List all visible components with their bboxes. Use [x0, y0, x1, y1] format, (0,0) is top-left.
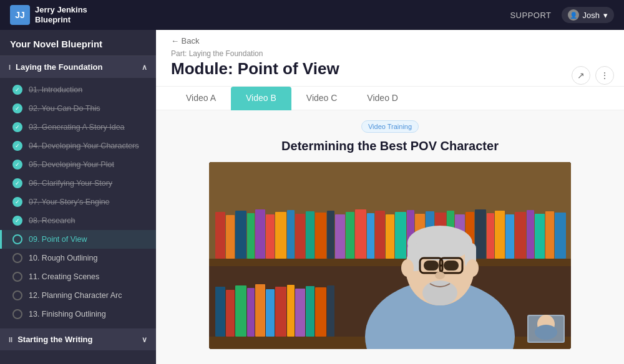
video-container: Video Training Determining the Best POV … [209, 110, 571, 349]
item-label-10: 11. Creating Scenes [29, 272, 99, 281]
svg-rect-39 [215, 287, 225, 337]
svg-point-64 [435, 272, 445, 279]
svg-rect-36 [545, 211, 554, 259]
sidebar-item-8[interactable]: 09. Point of View [0, 230, 156, 249]
svg-rect-49 [315, 287, 326, 337]
svg-point-69 [535, 325, 557, 340]
svg-rect-35 [535, 214, 545, 259]
logo: JJ Jerry Jenkins Blueprint [10, 5, 87, 25]
sidebar-item-0[interactable]: ✓01. Introduction [0, 80, 156, 99]
section1-header[interactable]: I Laying the Foundation ∧ [0, 56, 156, 78]
sidebar-item-5[interactable]: ✓06. Clarifying Your Story [0, 174, 156, 193]
header-right: SUPPORT 👤 Josh ▾ [510, 7, 614, 23]
item-label-1: 02. You Can Do This [29, 104, 100, 113]
svg-rect-15 [335, 214, 345, 259]
support-link[interactable]: SUPPORT [510, 11, 551, 20]
svg-rect-20 [386, 214, 394, 259]
section2-num: II [9, 336, 12, 343]
tab-3[interactable]: Video D [352, 87, 413, 110]
sidebar-item-2[interactable]: ✓03. Generating A Story Idea [0, 118, 156, 136]
svg-rect-17 [355, 209, 366, 259]
item-circle-3: ✓ [12, 141, 22, 151]
sidebar-item-11[interactable]: 12. Planning Character Arc [0, 286, 156, 305]
svg-rect-10 [287, 210, 295, 259]
content-top-right: ↗ ⋮ [572, 66, 614, 85]
user-avatar: 👤 [568, 9, 579, 21]
item-label-4: 05. Developing Your Plot [29, 160, 114, 169]
item-label-8: 09. Point of View [29, 235, 87, 244]
svg-rect-59 [424, 261, 439, 271]
svg-rect-8 [266, 214, 275, 259]
item-circle-8 [12, 234, 22, 244]
user-menu[interactable]: 👤 Josh ▾ [562, 7, 614, 23]
svg-rect-9 [275, 212, 286, 259]
section1-num: I [9, 64, 11, 71]
video-badge: Video Training [361, 120, 419, 133]
tabs-bar: Video AVideo BVideo CVideo D [156, 87, 624, 110]
svg-rect-19 [375, 211, 385, 259]
video-frame[interactable] [209, 162, 571, 349]
item-label-3: 04. Developing Your Characters [29, 141, 139, 150]
sidebar-item-6[interactable]: ✓07. Your Story's Engine [0, 193, 156, 211]
item-label-0: 01. Introduction [29, 85, 82, 94]
item-circle-0: ✓ [12, 85, 22, 95]
svg-rect-40 [226, 290, 235, 337]
tab-1[interactable]: Video B [231, 87, 291, 110]
sidebar-item-12[interactable]: 13. Finishing Outlining [0, 305, 156, 323]
section2-label: Starting the Writing [17, 335, 92, 344]
logo-icon: JJ [10, 5, 30, 25]
item-label-7: 08. Research [29, 216, 75, 225]
item-circle-7: ✓ [12, 216, 22, 226]
tab-2[interactable]: Video C [291, 87, 353, 110]
sidebar-item-7[interactable]: ✓08. Research [0, 211, 156, 230]
sidebar-title: Your Novel Blueprint [0, 30, 156, 56]
content-main: Video Training Determining the Best POV … [156, 110, 624, 364]
svg-rect-31 [495, 211, 505, 259]
item-label-5: 06. Clarifying Your Story [29, 179, 112, 188]
svg-rect-50 [327, 285, 334, 337]
logo-text: Jerry Jenkins Blueprint [35, 5, 87, 24]
svg-rect-33 [515, 212, 526, 259]
item-label-9: 10. Rough Outlining [29, 254, 98, 262]
item-label-6: 07. Your Story's Engine [29, 198, 110, 206]
chart-button[interactable]: ↗ [572, 66, 590, 85]
svg-rect-41 [235, 285, 246, 337]
svg-rect-42 [247, 288, 255, 337]
sidebar-item-3[interactable]: ✓04. Developing Your Characters [0, 136, 156, 155]
svg-rect-11 [295, 214, 305, 259]
content-top: ← Back Part: Laying the Foundation Modul… [156, 30, 624, 87]
svg-rect-18 [367, 213, 374, 259]
section1-label: Laying the Foundation [16, 62, 102, 72]
item-circle-5: ✓ [12, 178, 22, 188]
item-circle-4: ✓ [12, 160, 22, 170]
svg-point-58 [466, 259, 479, 277]
sidebar-item-1[interactable]: ✓02. You Can Do This [0, 99, 156, 118]
item-circle-10 [12, 272, 22, 282]
svg-rect-47 [295, 289, 305, 337]
sidebar-items: ✓01. Introduction✓02. You Can Do This✓03… [0, 78, 156, 326]
more-button[interactable]: ⋮ [595, 66, 614, 85]
video-badge-wrapper: Video Training [209, 110, 571, 139]
sidebar-item-9[interactable]: 10. Rough Outlining [0, 249, 156, 267]
sidebar: Your Novel Blueprint I Laying the Founda… [0, 30, 156, 364]
svg-rect-29 [475, 209, 486, 259]
section1-header-left: I Laying the Foundation [9, 62, 102, 72]
svg-rect-3 [215, 212, 225, 259]
svg-rect-32 [505, 214, 514, 259]
item-circle-6: ✓ [12, 197, 22, 207]
module-title: Module: Point of View [171, 59, 609, 79]
back-link[interactable]: ← Back [171, 36, 609, 46]
svg-rect-43 [255, 284, 265, 337]
sidebar-item-4[interactable]: ✓05. Developing Your Plot [0, 155, 156, 174]
svg-rect-12 [306, 211, 314, 259]
sidebar-item-10[interactable]: 11. Creating Scenes [0, 267, 156, 286]
svg-rect-37 [555, 213, 566, 259]
svg-rect-60 [444, 261, 459, 271]
svg-rect-16 [346, 212, 354, 259]
main-layout: Your Novel Blueprint I Laying the Founda… [0, 30, 624, 364]
section2-header[interactable]: II Starting the Writing ∨ [0, 328, 156, 350]
svg-rect-7 [255, 209, 265, 259]
item-label-2: 03. Generating A Story Idea [29, 123, 125, 132]
svg-rect-13 [315, 213, 326, 259]
tab-0[interactable]: Video A [171, 87, 231, 110]
